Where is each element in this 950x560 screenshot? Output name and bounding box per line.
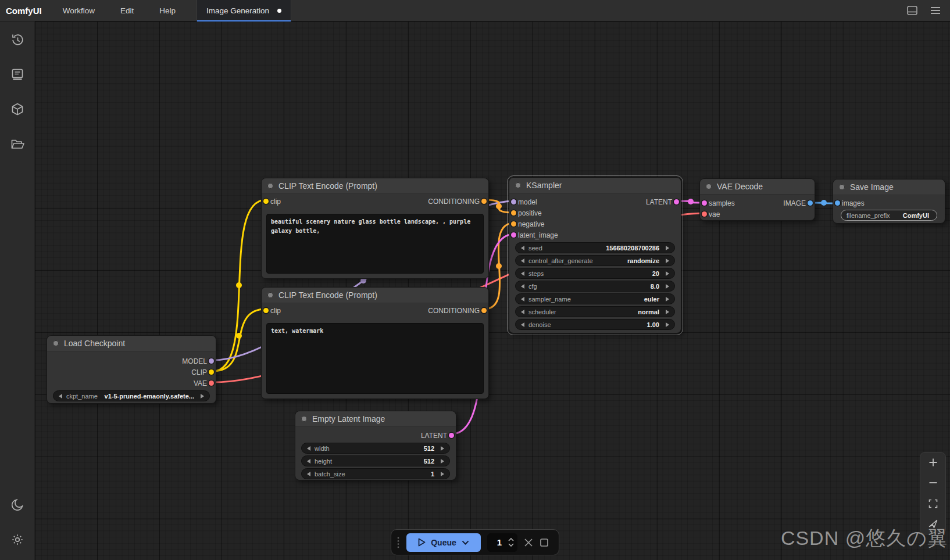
chevron-down-icon[interactable] <box>462 540 469 545</box>
port-latent-output[interactable] <box>449 433 454 438</box>
next-arrow-icon[interactable] <box>441 472 444 476</box>
widget-height[interactable]: height 512 <box>301 455 450 466</box>
widget-control-after-generate[interactable]: control_after_generate randomize <box>515 255 675 266</box>
clear-queue-icon[interactable] <box>524 538 533 547</box>
port-latent-output[interactable] <box>674 199 679 204</box>
prompt-textarea[interactable]: text, watermark <box>266 323 484 394</box>
port-images-input[interactable] <box>835 200 840 206</box>
next-arrow-icon[interactable] <box>666 271 669 276</box>
port-clip-output[interactable] <box>209 369 214 375</box>
node-ksampler[interactable]: KSampler model LATENT positive negative … <box>509 177 681 333</box>
menu-icon[interactable] <box>930 6 941 15</box>
port-negative-input[interactable] <box>511 221 516 227</box>
prev-arrow-icon[interactable] <box>521 297 524 301</box>
collapse-dot-icon[interactable] <box>706 184 712 189</box>
widget-scheduler[interactable]: scheduler normal <box>515 306 675 317</box>
node-titlebar[interactable]: Load Checkpoint <box>47 336 216 351</box>
next-arrow-icon[interactable] <box>441 446 444 451</box>
prev-arrow-icon[interactable] <box>521 271 524 276</box>
menu-workflow[interactable]: Workflow <box>50 6 108 15</box>
widget-ckpt-name[interactable]: ckpt_name v1-5-pruned-emaonly.safete... <box>53 390 210 401</box>
theme-moon-icon[interactable] <box>10 497 25 512</box>
node-vae-decode[interactable]: VAE Decode samples IMAGE vae <box>699 178 815 221</box>
queue-log-icon[interactable] <box>10 67 25 82</box>
port-latent-image-input[interactable] <box>511 232 516 238</box>
port-image-output[interactable] <box>808 200 813 206</box>
prev-arrow-icon[interactable] <box>307 446 310 451</box>
port-conditioning-output[interactable] <box>481 308 487 313</box>
node-empty-latent-image[interactable]: Empty Latent Image LATENT width 512 heig… <box>295 411 456 480</box>
node-graph-canvas[interactable] <box>35 21 950 560</box>
node-titlebar[interactable]: VAE Decode <box>700 179 815 195</box>
prev-arrow-icon[interactable] <box>59 394 62 399</box>
queue-button[interactable]: Queue <box>406 533 481 552</box>
spinner-down-icon[interactable] <box>508 543 514 547</box>
port-model-output[interactable] <box>209 358 214 364</box>
port-vae-output[interactable] <box>209 380 214 386</box>
node-clip-text-encode-negative[interactable]: CLIP Text Encode (Prompt) clip CONDITION… <box>261 287 489 399</box>
widget-width[interactable]: width 512 <box>301 443 450 454</box>
next-arrow-icon[interactable] <box>666 246 669 250</box>
next-arrow-icon[interactable] <box>666 310 669 314</box>
spinner-up-icon[interactable] <box>508 538 514 541</box>
node-load-checkpoint[interactable]: Load Checkpoint MODEL CLIP VAE ckpt_name… <box>47 335 216 404</box>
widget-seed[interactable]: seed 156680208700286 <box>515 242 675 253</box>
drag-handle-icon[interactable] <box>397 536 400 549</box>
node-clip-text-encode-positive[interactable]: CLIP Text Encode (Prompt) clip CONDITION… <box>261 178 489 279</box>
prev-arrow-icon[interactable] <box>521 310 524 314</box>
prev-arrow-icon[interactable] <box>521 259 524 263</box>
widget-batch-size[interactable]: batch_size 1 <box>301 468 450 479</box>
port-model-input[interactable] <box>511 199 516 204</box>
next-arrow-icon[interactable] <box>441 459 444 464</box>
prompt-textarea[interactable]: beautiful scenery nature glass bottle la… <box>266 214 484 274</box>
prev-arrow-icon[interactable] <box>521 246 524 250</box>
stop-icon[interactable] <box>540 538 549 547</box>
port-vae-input[interactable] <box>702 211 707 217</box>
node-titlebar[interactable]: CLIP Text Encode (Prompt) <box>262 178 488 194</box>
widget-sampler-name[interactable]: sampler_name euler <box>515 293 675 304</box>
batch-count-input[interactable]: 1 <box>487 533 517 552</box>
collapse-dot-icon[interactable] <box>53 340 59 346</box>
menu-edit[interactable]: Edit <box>108 6 147 15</box>
prev-arrow-icon[interactable] <box>521 284 524 289</box>
node-titlebar[interactable]: Save Image <box>833 180 945 195</box>
prev-arrow-icon[interactable] <box>307 459 310 464</box>
panel-bottom-icon[interactable] <box>907 6 917 15</box>
port-conditioning-output[interactable] <box>481 199 487 204</box>
collapse-dot-icon[interactable] <box>515 182 521 188</box>
fit-view-icon[interactable] <box>928 499 938 508</box>
next-arrow-icon[interactable] <box>201 394 204 399</box>
widget-steps[interactable]: steps 20 <box>515 268 675 279</box>
node-titlebar[interactable]: Empty Latent Image <box>295 411 456 427</box>
prev-arrow-icon[interactable] <box>521 322 524 327</box>
menu-help[interactable]: Help <box>147 6 188 15</box>
collapse-dot-icon[interactable] <box>301 416 307 422</box>
next-arrow-icon[interactable] <box>666 259 669 263</box>
collapse-dot-icon[interactable] <box>839 184 845 190</box>
zoom-out-icon[interactable] <box>928 478 938 487</box>
tab-image-generation[interactable]: Image Generation <box>197 0 291 21</box>
collapse-dot-icon[interactable] <box>267 292 273 298</box>
port-clip-input[interactable] <box>263 308 269 313</box>
next-arrow-icon[interactable] <box>666 322 669 327</box>
next-arrow-icon[interactable] <box>666 284 669 289</box>
node-save-image[interactable]: Save Image images filename_prefix ComfyU… <box>833 179 945 224</box>
port-positive-input[interactable] <box>511 210 516 216</box>
port-samples-input[interactable] <box>702 200 707 206</box>
canvas-toolbar <box>920 452 946 534</box>
history-icon[interactable] <box>10 32 25 47</box>
node-library-icon[interactable] <box>10 102 25 117</box>
workflows-folder-icon[interactable] <box>10 137 25 152</box>
zoom-in-icon[interactable] <box>928 458 938 467</box>
next-arrow-icon[interactable] <box>666 297 669 301</box>
settings-gear-icon[interactable] <box>10 532 25 547</box>
node-titlebar[interactable]: KSampler <box>509 178 681 193</box>
widget-cfg[interactable]: cfg 8.0 <box>515 281 675 292</box>
widget-denoise[interactable]: denoise 1.00 <box>515 319 675 330</box>
collapse-dot-icon[interactable] <box>267 183 273 189</box>
widget-filename-prefix[interactable]: filename_prefix ComfyUI <box>841 210 937 221</box>
node-titlebar[interactable]: CLIP Text Encode (Prompt) <box>262 288 488 303</box>
queue-bar: Queue 1 <box>391 529 559 555</box>
port-clip-input[interactable] <box>263 199 269 204</box>
prev-arrow-icon[interactable] <box>307 472 310 476</box>
